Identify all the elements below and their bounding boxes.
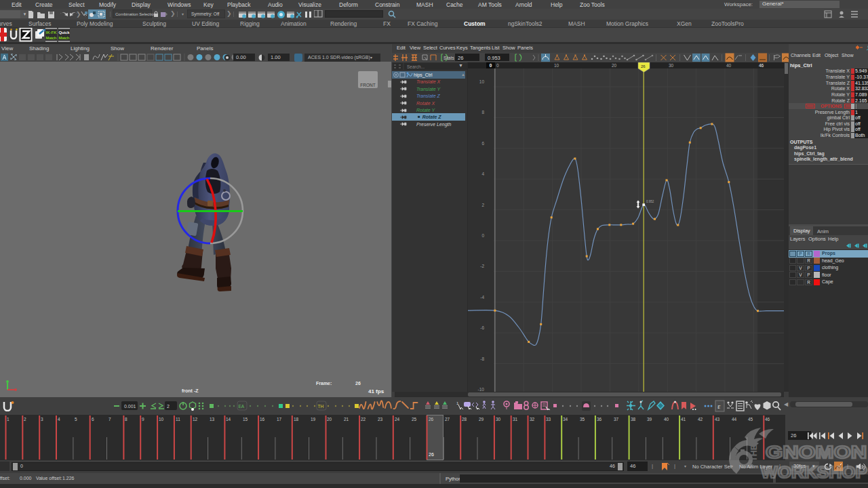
svg-text:26: 26 bbox=[458, 55, 463, 61]
svg-text:EA: EA bbox=[239, 404, 245, 409]
svg-text:0.953: 0.953 bbox=[488, 55, 500, 61]
svg-text:Stats: Stats bbox=[443, 56, 454, 60]
svg-text:Match: Match bbox=[59, 36, 70, 40]
svg-text:Quick: Quick bbox=[59, 30, 71, 35]
svg-text:IK-FK: IK-FK bbox=[46, 30, 58, 35]
svg-text:TH: TH bbox=[318, 404, 324, 409]
svg-text:GNOMON: GNOMON bbox=[766, 442, 867, 462]
svg-text:WORKSHOP: WORKSHOP bbox=[761, 463, 867, 481]
svg-text:26: 26 bbox=[641, 64, 646, 68]
svg-text:ε: ε bbox=[717, 402, 721, 410]
svg-text:THE: THE bbox=[749, 445, 759, 462]
svg-text:2: 2 bbox=[167, 404, 170, 409]
svg-text:0.952: 0.952 bbox=[646, 200, 654, 203]
svg-text:Match: Match bbox=[46, 36, 57, 40]
svg-text:0.001: 0.001 bbox=[124, 404, 136, 409]
